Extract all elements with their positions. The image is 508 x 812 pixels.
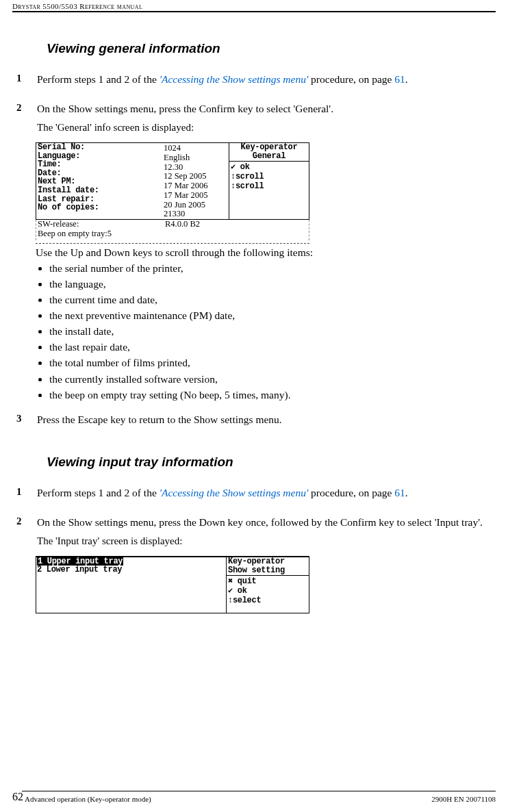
step-body: On the Show settings menu, press the Con… [37,102,485,138]
step-number: 3 [15,413,37,431]
lcd-label: Serial No: [38,143,161,152]
step-body: On the Show settings menu, press the Dow… [37,516,485,552]
lcd-hint: ↕scroll [231,182,307,192]
text: Perform steps 1 and 2 of the [37,487,160,498]
lcd-value: 12 Sep 2005 [164,172,229,181]
lcd-subtitle: General [230,152,308,161]
input-tray-screen: 1 Upper input tray 2 Lower input tray Ke… [36,556,309,613]
general-info-screen: Serial No: Language: Time: Date: Next PM… [36,142,309,240]
lcd-hint: ✔ ok [231,163,307,173]
list-item: the beep on empty tray setting (No beep,… [49,388,485,402]
lcd-hint: ✔ ok [228,587,307,596]
list-item: the next preventive maintenance (PM) dat… [49,309,485,322]
step-number: 1 [15,486,37,505]
heading-general-info: Viewing general information [47,41,485,56]
footer-left: Advanced operation (Key-operator mode) [23,795,431,803]
list-item: the currently installed software version… [49,372,485,386]
text: The 'Input tray' screen is displayed: [37,534,485,548]
step-number: 2 [15,516,37,552]
list-item: the current time and date, [49,293,485,307]
link-accessing-show-settings[interactable]: 'Accessing the Show settings menu' [160,73,309,85]
lcd-value: R4.0.0 B2 [165,220,309,229]
link-accessing-show-settings[interactable]: 'Accessing the Show settings menu' [160,487,309,498]
lcd-hint: ↕scroll [231,173,307,182]
step-body: Perform steps 1 and 2 of the 'Accessing … [37,73,485,91]
menu-item: 2 Lower input tray [37,566,225,574]
text: . [405,487,408,498]
footer-rule [22,791,496,791]
lcd-label: No of copies: [38,203,161,212]
text: Perform steps 1 and 2 of the [37,73,160,85]
text: . [405,73,408,85]
lcd-value: 5 [107,229,112,238]
page-number: 62 [12,791,23,803]
text: On the Show settings menu, press the Con… [37,102,485,116]
lcd-hint: ✖ quit [228,577,307,587]
list-item: the serial number of the printer, [49,262,485,275]
dashed-rule [36,243,309,244]
text: On the Show settings menu, press the Dow… [37,516,485,530]
text: procedure, on page [308,487,394,498]
lcd-value: English [164,153,229,163]
lcd-value: 20 Jun 2005 [164,201,229,210]
step-number: 2 [15,102,37,138]
list-item: the last repair date, [49,340,485,354]
lcd-label: Time: [38,160,161,169]
text: The 'General' info screen is displayed: [37,120,485,134]
link-page-61[interactable]: 61 [394,73,405,85]
lcd-label: Beep on empty tray: [38,229,107,238]
text: procedure, on page [308,73,394,85]
list-item: the install date, [49,325,485,338]
running-head: Drystar 5500/5503 Reference manual [12,2,496,12]
list-item: the language, [49,277,485,291]
step-number: 1 [15,73,37,91]
step-body: Press the Escape key to return to the Sh… [37,413,485,431]
heading-input-tray-info: Viewing input tray information [47,455,485,470]
text: Use the Up and Down keys to scroll throu… [36,246,485,259]
lcd-value: 17 Mar 2005 [164,191,229,201]
text: Press the Escape key to return to the Sh… [37,413,485,427]
lcd-label: SW-release: [38,220,165,229]
link-page-61[interactable]: 61 [394,487,405,498]
bullet-list: the serial number of the printer, the la… [36,262,485,402]
lcd-label: Install date: [38,186,161,195]
lcd-subtitle: Show setting [228,566,307,575]
lcd-value: 21330 [164,210,229,219]
lcd-value: 1024 [164,144,229,153]
lcd-value: 12.30 [164,163,229,173]
lcd-hint: ↕select [228,596,307,606]
step-body: Perform steps 1 and 2 of the 'Accessing … [37,486,485,505]
lcd-value: 17 Mar 2006 [164,181,229,191]
footer-right: 2900H EN 20071108 [431,795,496,803]
list-item: the total number of films printed, [49,356,485,370]
